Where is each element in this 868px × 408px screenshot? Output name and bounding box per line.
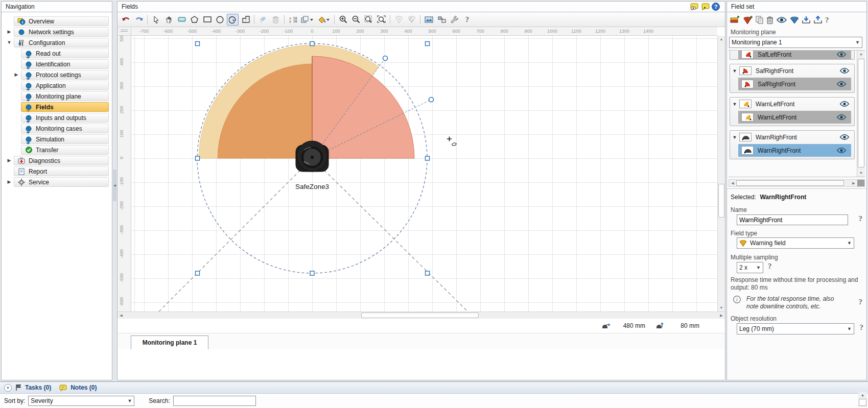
nav-item-protocol-settings[interactable]: ▶ Protocol settings bbox=[21, 70, 109, 80]
scroll-up-icon[interactable]: ▲ bbox=[858, 392, 867, 399]
expander-expanded-icon[interactable]: ▼ bbox=[6, 40, 12, 45]
scroll-left-icon[interactable]: ◀ bbox=[118, 312, 125, 319]
notes-add-icon[interactable] bbox=[700, 3, 710, 11]
segment-tool-icon[interactable] bbox=[240, 14, 251, 26]
panel-splitter[interactable]: ◀ bbox=[113, 1, 116, 380]
scrollbar-thumb[interactable] bbox=[859, 399, 866, 406]
expander-expanded-icon[interactable]: ▼ bbox=[730, 68, 739, 74]
arc-tool-icon[interactable] bbox=[227, 14, 239, 26]
visibility-eye-icon[interactable] bbox=[836, 114, 847, 121]
field-list-horizontal-scrollbar[interactable]: ◀ ▶ bbox=[729, 179, 865, 187]
zoom-fit-icon[interactable] bbox=[376, 14, 387, 26]
canvas-horizontal-scrollbar[interactable]: ◀ ▶ bbox=[118, 311, 725, 319]
visibility-eye-icon[interactable] bbox=[836, 81, 847, 87]
field-list-scrollbar[interactable]: ▲ ▼ bbox=[857, 51, 865, 177]
copy-icon[interactable] bbox=[756, 16, 764, 25]
zoom-selection-icon[interactable] bbox=[363, 14, 374, 26]
help-icon[interactable]: ? bbox=[768, 262, 772, 271]
expander-collapsed-icon[interactable]: ▶ bbox=[6, 179, 12, 184]
help-icon[interactable]: ? bbox=[825, 16, 829, 25]
field-row-safleftfront[interactable]: SafLeftFront bbox=[738, 50, 851, 60]
field-canvas[interactable]: SafeZone3 bbox=[131, 36, 717, 311]
nav-item-application[interactable]: Application bbox=[21, 81, 109, 90]
add-field-set-icon[interactable] bbox=[730, 16, 740, 25]
help-icon[interactable]: ? bbox=[461, 14, 473, 26]
nav-item-monitoring-plane[interactable]: Monitoring plane bbox=[21, 91, 109, 101]
bottom-panel-scrollbar[interactable]: ▲ bbox=[858, 392, 867, 407]
expander-expanded-icon[interactable]: ▼ bbox=[730, 102, 739, 107]
scroll-down-icon[interactable]: ▼ bbox=[857, 170, 865, 177]
nav-item-read-out[interactable]: Read out bbox=[21, 49, 109, 58]
nav-item-transfer[interactable]: Transfer bbox=[21, 145, 109, 155]
expander-expanded-icon[interactable]: ▼ bbox=[730, 135, 739, 140]
visibility-eye-icon[interactable] bbox=[839, 134, 850, 140]
field-name-input[interactable] bbox=[737, 214, 848, 225]
background-image-icon[interactable] bbox=[423, 14, 435, 26]
search-input[interactable] bbox=[173, 396, 256, 406]
scroll-right-icon[interactable]: ▶ bbox=[718, 312, 725, 319]
nav-item-identification[interactable]: Identification bbox=[21, 59, 109, 69]
expander-collapsed-icon[interactable]: ▶ bbox=[6, 29, 12, 34]
nav-item-service[interactable]: ▶ Service bbox=[14, 177, 109, 187]
help-icon[interactable]: ? bbox=[860, 323, 864, 332]
nav-item-monitoring-cases[interactable]: Monitoring cases bbox=[21, 124, 109, 133]
nav-item-inputs-outputs[interactable]: Inputs and outputs bbox=[21, 113, 109, 123]
zoom-out-icon[interactable] bbox=[350, 14, 362, 26]
sort-by-select[interactable]: Severity ▼ bbox=[28, 396, 134, 406]
nav-item-fields-selected[interactable]: Fields bbox=[21, 102, 109, 112]
visibility-eye-icon[interactable] bbox=[839, 67, 850, 74]
field-row-warnleftfront[interactable]: WarnLeftFront bbox=[738, 111, 851, 124]
visibility-eye-icon[interactable] bbox=[839, 101, 850, 107]
safety-right-field-shape[interactable] bbox=[312, 56, 414, 158]
field-row-warnrightfront-selected[interactable]: WarnRightFront bbox=[738, 144, 851, 157]
fill-icon[interactable] bbox=[316, 14, 332, 26]
field-group-warnleftfront[interactable]: ▼ WarnLeftFront bbox=[730, 98, 854, 110]
scrollbar-thumb[interactable] bbox=[718, 184, 724, 218]
scanner-tool-icon[interactable] bbox=[176, 14, 187, 26]
edit-points-icon[interactable] bbox=[257, 14, 269, 26]
scroll-down-icon[interactable]: ▼ bbox=[718, 304, 725, 311]
import-icon[interactable] bbox=[802, 16, 811, 24]
nav-item-configuration[interactable]: ▼ Configuration bbox=[14, 38, 109, 47]
scroll-left-icon[interactable]: ◀ bbox=[729, 180, 736, 187]
add-field-icon[interactable] bbox=[743, 16, 753, 25]
redo-icon[interactable] bbox=[133, 14, 145, 26]
expander-collapsed-icon[interactable]: ▶ bbox=[13, 72, 19, 77]
scrollbar-thumb[interactable] bbox=[361, 313, 479, 318]
polygon-tool-icon[interactable] bbox=[189, 14, 200, 26]
field-type-select[interactable]: Warning field ▼ bbox=[737, 237, 854, 249]
object-resolution-select[interactable]: Leg (70 mm) ▼ bbox=[737, 323, 854, 334]
show-cone-icon[interactable] bbox=[790, 16, 799, 24]
notes-view-icon[interactable] bbox=[689, 3, 698, 11]
pan-hand-icon[interactable] bbox=[163, 14, 175, 26]
canvas-vertical-scrollbar[interactable]: ▲ ▼ bbox=[717, 36, 725, 311]
help-icon[interactable]: ? bbox=[859, 214, 863, 223]
expander-collapsed-icon[interactable]: ▶ bbox=[6, 158, 12, 163]
collapse-panel-icon[interactable]: ▼ bbox=[4, 384, 12, 392]
reset-field-icon[interactable] bbox=[406, 14, 417, 26]
delete-icon[interactable] bbox=[766, 16, 773, 25]
select-cursor-icon[interactable] bbox=[150, 14, 162, 26]
ellipse-tool-icon[interactable] bbox=[214, 14, 226, 26]
scrollbar-thumb[interactable] bbox=[858, 59, 864, 167]
visibility-eye-icon[interactable] bbox=[836, 51, 847, 58]
help-icon[interactable]: ? bbox=[712, 3, 720, 11]
field-group-safrightfront[interactable]: ▼ SafRightFront bbox=[730, 64, 854, 77]
show-icon[interactable] bbox=[776, 16, 787, 23]
field-row-safrightfront[interactable]: SafRightFront bbox=[738, 78, 851, 90]
settings-wrench-icon[interactable] bbox=[449, 14, 460, 26]
monitoring-plane-select[interactable]: Monitoring plane 1 ▼ bbox=[729, 37, 862, 48]
nav-item-overview[interactable]: i Overview bbox=[14, 16, 109, 26]
scroll-right-icon[interactable]: ▶ bbox=[850, 180, 857, 187]
tab-monitoring-plane-1[interactable]: Monitoring plane 1 bbox=[131, 335, 208, 349]
visibility-eye-icon[interactable] bbox=[836, 147, 847, 154]
show-field-icon[interactable] bbox=[393, 14, 405, 26]
nav-item-network-settings[interactable]: ▶ Network settings bbox=[14, 27, 109, 37]
tasks-tab[interactable]: Tasks (0) bbox=[25, 384, 51, 391]
nav-item-report[interactable]: Report bbox=[14, 166, 109, 176]
scrollbar-thumb[interactable] bbox=[736, 180, 844, 186]
coordinates-icon[interactable]: x 50y 30 bbox=[287, 14, 299, 26]
help-icon[interactable]: ? bbox=[859, 298, 863, 306]
zoom-in-icon[interactable] bbox=[337, 14, 349, 26]
nav-item-simulation[interactable]: Simulation bbox=[21, 134, 109, 144]
